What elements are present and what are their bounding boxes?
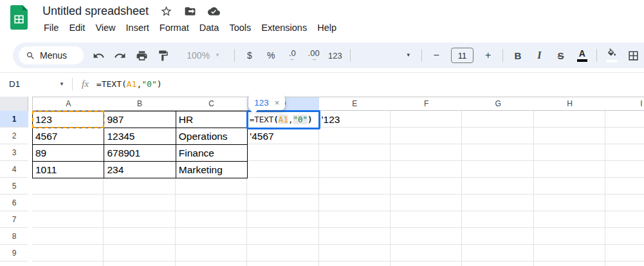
cloud-saved-icon[interactable] [207,5,220,18]
cell[interactable] [319,128,391,144]
cell[interactable] [247,161,318,178]
more-formats-button[interactable]: 123 [324,46,345,64]
cell[interactable] [605,211,644,228]
cell[interactable] [462,211,533,228]
strikethrough-button[interactable]: S [550,46,571,64]
cell-value[interactable]: HR [176,111,248,128]
formula-input[interactable]: =TEXT(A1,"0") [97,79,162,89]
decrease-decimal-button[interactable]: .0 ← [282,46,303,64]
row-header-3[interactable]: 3 [0,144,28,161]
format-percent-button[interactable]: % [260,46,281,64]
increase-font-size-button[interactable]: + [477,46,499,64]
cell[interactable] [605,228,644,245]
column-header-e[interactable]: E [319,97,391,111]
cell[interactable] [32,195,104,211]
cell[interactable] [176,261,247,266]
cell[interactable] [605,261,644,266]
cell[interactable] [534,144,605,161]
cell[interactable] [391,228,462,245]
star-icon[interactable] [160,5,172,18]
cell[interactable] [32,211,104,228]
row-header-10[interactable]: 10 [0,261,28,266]
row-header-8[interactable]: 8 [0,228,28,245]
cell-value[interactable]: 123 [32,111,104,128]
cell[interactable] [605,161,644,178]
cell[interactable] [391,144,462,161]
cell[interactable] [605,144,644,161]
cell[interactable] [32,261,104,266]
cell[interactable] [462,128,533,144]
cell[interactable] [319,195,391,211]
cell[interactable] [319,228,391,245]
column-header-c[interactable]: C [176,97,248,111]
cell[interactable] [176,178,247,195]
cell-value[interactable]: Marketing [176,161,248,178]
cell[interactable] [319,161,391,178]
cell[interactable] [391,195,462,211]
name-box[interactable]: D1 ▼ [0,73,72,95]
cell[interactable] [462,161,533,178]
bold-button[interactable]: B [507,46,528,64]
cell-value[interactable]: 89 [32,144,104,162]
cell-value[interactable]: 12345 [104,128,176,145]
print-button[interactable] [131,46,152,64]
cell[interactable] [319,261,391,266]
cell[interactable] [534,195,605,211]
cell[interactable] [605,245,644,261]
cell[interactable] [534,111,605,128]
cell[interactable] [391,178,462,195]
column-header-h[interactable]: H [534,97,606,111]
cell[interactable] [534,128,605,144]
cell[interactable] [462,261,533,266]
menu-item-file[interactable]: File [39,21,64,34]
cell-value[interactable]: Finance [176,144,248,162]
cell[interactable] [319,211,391,228]
menu-item-data[interactable]: Data [194,21,225,34]
row-header-5[interactable]: 5 [0,178,28,195]
paint-format-button[interactable] [152,46,174,64]
cell[interactable] [391,111,462,128]
cell[interactable] [319,178,391,195]
cell[interactable] [605,178,644,195]
cell[interactable] [534,228,605,245]
row-header-2[interactable]: 2 [0,128,28,144]
cell[interactable] [319,245,391,261]
menu-item-extensions[interactable]: Extensions [256,21,312,34]
text-color-button[interactable]: A [571,46,593,64]
menu-item-help[interactable]: Help [312,21,342,34]
cell[interactable] [462,245,533,261]
cell[interactable] [534,161,605,178]
cell[interactable] [176,245,247,261]
cell[interactable] [247,261,318,266]
cell[interactable] [534,245,605,261]
cell[interactable] [176,228,247,245]
row-header-9[interactable]: 9 [0,245,28,261]
cell[interactable] [176,211,247,228]
column-header-i[interactable]: I [605,97,644,111]
cell[interactable] [391,128,462,144]
column-header-f[interactable]: F [391,97,463,111]
cell[interactable] [462,144,533,161]
cell[interactable] [605,128,644,144]
cell[interactable] [391,211,462,228]
italic-button[interactable]: I [529,46,550,64]
cell[interactable] [247,144,318,161]
cell[interactable] [247,228,318,245]
menu-item-insert[interactable]: Insert [121,21,154,34]
cell[interactable] [605,111,644,128]
menu-item-format[interactable]: Format [154,21,194,34]
increase-decimal-button[interactable]: .00 → [303,46,324,64]
fill-color-button[interactable] [601,46,622,64]
column-header-b[interactable]: B [104,97,176,111]
cell[interactable] [534,178,605,195]
cell[interactable] [247,178,318,195]
cell[interactable] [104,228,175,245]
cell[interactable] [391,261,462,266]
menu-item-edit[interactable]: Edit [64,21,90,34]
cell[interactable] [462,195,533,211]
cell-value[interactable]: 678901 [104,144,176,162]
cell[interactable] [247,211,318,228]
cell-value[interactable]: 234 [104,161,176,178]
cell-value[interactable]: '123 [319,111,391,128]
cell[interactable] [32,245,104,261]
